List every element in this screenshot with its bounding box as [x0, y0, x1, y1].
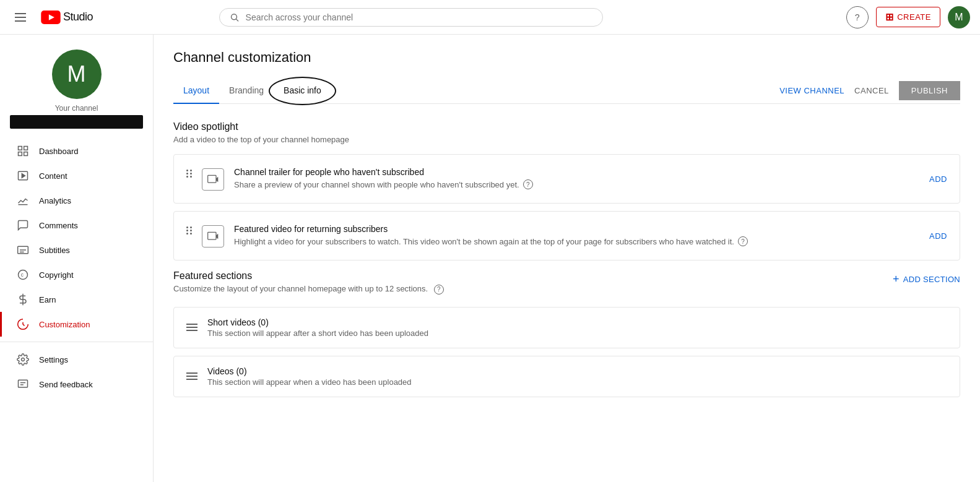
create-plus-icon: ⊞ — [885, 11, 894, 23]
svg-rect-21 — [208, 175, 216, 183]
add-featured-video-button[interactable]: ADD — [929, 231, 947, 241]
sidebar-item-subtitles[interactable]: Subtitles — [0, 238, 153, 262]
card-title-2: Featured video for returning subscribers — [234, 224, 919, 234]
featured-sections-desc: Customize the layout of your channel hom… — [173, 284, 444, 295]
send-feedback-label: Send feedback — [39, 380, 93, 389]
sidebar-item-earn[interactable]: Earn — [0, 287, 153, 312]
customization-label: Customization — [39, 320, 90, 329]
sidebar-item-customization[interactable]: Customization — [0, 312, 153, 337]
tab-branding[interactable]: Branding — [219, 78, 274, 104]
add-section-plus: + — [893, 273, 900, 286]
card-content-1: Channel trailer for people who haven't s… — [234, 167, 919, 189]
featured-sections-title: Featured sections — [173, 270, 444, 282]
info-icon-1[interactable]: ? — [523, 179, 533, 189]
content-label: Content — [39, 171, 67, 181]
avatar[interactable]: M — [948, 6, 970, 28]
settings-icon — [17, 353, 29, 366]
channel-name-bar[interactable] — [10, 115, 143, 129]
drag-handle-2[interactable] — [186, 226, 192, 235]
earn-icon — [17, 293, 29, 306]
videos-drag-handle[interactable] — [186, 372, 197, 380]
video-spotlight-desc: Add a video to the top of your channel h… — [173, 135, 960, 144]
logo-text: Studio — [63, 11, 93, 24]
tab-branding-label: Branding — [229, 85, 264, 95]
featured-info-icon[interactable]: ? — [434, 285, 444, 295]
drag-handle-1[interactable] — [186, 170, 192, 178]
logo[interactable]: Studio — [41, 11, 93, 24]
view-channel-button[interactable]: VIEW CHANNEL — [779, 86, 844, 95]
copyright-icon: c — [17, 269, 29, 281]
channel-label: Your channel — [55, 104, 98, 113]
add-channel-trailer-button[interactable]: ADD — [929, 174, 947, 184]
publish-button[interactable]: PUBLISH — [899, 81, 960, 100]
featured-title-group: Featured sections Customize the layout o… — [173, 270, 444, 304]
sidebar-item-dashboard[interactable]: Dashboard — [0, 139, 153, 163]
search-icon — [230, 12, 239, 22]
card-subtitle-1: Share a preview of your channel shown wi… — [234, 179, 919, 189]
featured-video-card: Featured video for returning subscribers… — [173, 211, 960, 260]
analytics-label: Analytics — [39, 196, 71, 205]
svg-point-2 — [232, 14, 237, 19]
feedback-icon — [17, 378, 29, 390]
top-nav: Studio ? ⊞ CREATE M — [0, 0, 980, 35]
videos-hint: This section will appear when a video ha… — [207, 377, 412, 387]
sidebar-divider — [0, 342, 153, 342]
sidebar-item-analytics[interactable]: Analytics — [0, 188, 153, 213]
help-button[interactable]: ? — [846, 6, 869, 28]
featured-sections-area: Featured sections Customize the layout o… — [173, 270, 960, 397]
tab-layout[interactable]: Layout — [173, 78, 219, 104]
svg-rect-23 — [208, 232, 216, 239]
card-video-icon-1 — [202, 168, 224, 191]
comments-label: Comments — [39, 221, 78, 230]
svg-line-3 — [236, 19, 239, 21]
customization-icon — [17, 318, 29, 330]
card-title-1: Channel trailer for people who haven't s… — [234, 167, 919, 177]
cancel-button[interactable]: CANCEL — [854, 86, 889, 95]
svg-rect-18 — [19, 380, 28, 387]
add-section-label: ADD SECTION — [903, 275, 960, 284]
videos-info: Videos (0) This section will appear when… — [207, 366, 412, 387]
card-subtitle-2: Highlight a video for your subscribers t… — [234, 236, 919, 246]
sidebar: M Your channel Dashboard Content — [0, 35, 154, 482]
svg-rect-5 — [24, 147, 28, 150]
hamburger-menu[interactable] — [10, 8, 31, 27]
create-button[interactable]: ⊞ CREATE — [876, 7, 940, 27]
create-label: CREATE — [897, 12, 931, 22]
card-video-icon-2 — [202, 225, 224, 247]
sidebar-item-comments[interactable]: Comments — [0, 213, 153, 238]
tab-actions: VIEW CHANNEL CANCEL PUBLISH — [779, 81, 960, 100]
sidebar-navigation: Dashboard Content Analytics — [0, 139, 153, 397]
settings-label: Settings — [39, 355, 68, 364]
sidebar-item-copyright[interactable]: c Copyright — [0, 262, 153, 287]
svg-text:c: c — [21, 272, 24, 278]
search-bar — [219, 8, 603, 27]
channel-info: M Your channel — [0, 45, 153, 139]
nav-right: ? ⊞ CREATE M — [846, 6, 970, 28]
svg-rect-4 — [19, 147, 22, 150]
short-videos-drag-handle[interactable] — [186, 324, 197, 331]
add-section-button[interactable]: + ADD SECTION — [893, 273, 960, 286]
main-body: M Your channel Dashboard Content — [0, 35, 980, 482]
tabs-row: Layout Branding Basic info VIEW CHANNEL … — [173, 78, 960, 104]
short-videos-hint: This section will appear after a short v… — [207, 329, 428, 338]
short-videos-name: Short videos (0) — [207, 317, 428, 327]
short-videos-info: Short videos (0) This section will appea… — [207, 317, 428, 338]
svg-point-17 — [22, 358, 25, 361]
dashboard-label: Dashboard — [39, 147, 79, 156]
tab-basic-info[interactable]: Basic info — [274, 78, 331, 104]
earn-label: Earn — [39, 295, 56, 304]
svg-rect-7 — [24, 152, 28, 156]
copyright-label: Copyright — [39, 270, 74, 280]
sidebar-item-settings[interactable]: Settings — [0, 347, 153, 372]
video-spotlight-title: Video spotlight — [173, 121, 960, 132]
subtitles-icon — [17, 244, 29, 256]
svg-rect-6 — [19, 152, 22, 156]
channel-avatar[interactable]: M — [52, 49, 102, 99]
info-icon-2[interactable]: ? — [738, 236, 748, 246]
short-videos-section-card: Short videos (0) This section will appea… — [173, 307, 960, 348]
search-input[interactable] — [246, 12, 593, 22]
videos-section-card: Videos (0) This section will appear when… — [173, 356, 960, 397]
comments-icon — [17, 219, 29, 231]
sidebar-item-content[interactable]: Content — [0, 163, 153, 188]
sidebar-item-send-feedback[interactable]: Send feedback — [0, 372, 153, 397]
